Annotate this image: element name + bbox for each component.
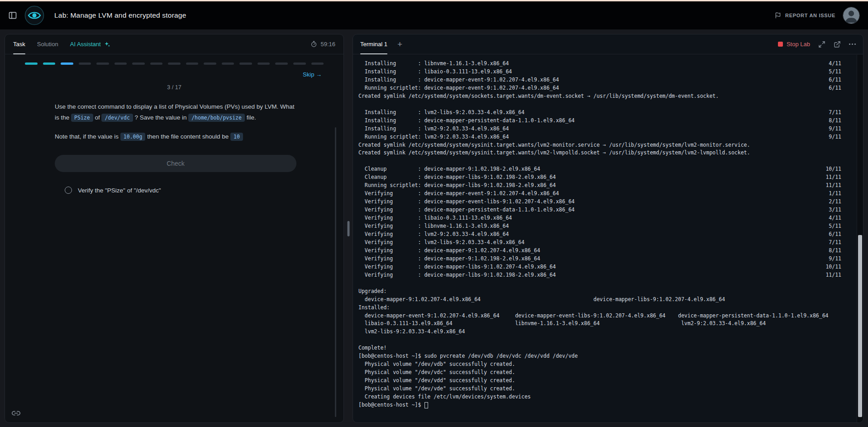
terminal-tabbar: Terminal 1 + Stop Lab: [353, 34, 863, 54]
inline-code-chip: /dev/vdc: [101, 114, 133, 122]
terminal-line: Running scriptlet: lvm2-9:2.03.33-4.el9.…: [358, 133, 841, 141]
terminal-line: Physical volume "/dev/vde" successfully …: [358, 385, 841, 393]
tab-solution[interactable]: Solution: [37, 34, 58, 54]
progress-segment: [61, 62, 73, 65]
terminal-line: lvm2-libs-9:2.03.33-4.el9.x86_64: [358, 328, 841, 336]
page-title: Lab: Manage LVM and encrypted storage: [54, 11, 186, 19]
terminal-line: Installing : libnvme-1.16.1-3.el9.x86_64…: [358, 60, 841, 68]
verify-item-label: Verify the "PSize" of "/dev/vdc": [78, 187, 161, 194]
terminal-line: Installed:: [358, 304, 841, 312]
panel-divider: [344, 34, 353, 423]
terminal-line: Physical volume "/dev/vdd" successfully …: [358, 377, 841, 385]
terminal-line: Verifying : device-mapper-libs-9:1.02.19…: [358, 271, 841, 279]
stop-square-icon: [778, 42, 783, 47]
report-issue-label: REPORT AN ISSUE: [785, 13, 835, 18]
terminal-scrollbar[interactable]: [857, 55, 863, 422]
check-button[interactable]: Check: [55, 155, 296, 172]
stopwatch-icon: [310, 41, 317, 48]
copy-lab-link-button[interactable]: [12, 409, 20, 417]
progress-segment: [186, 62, 199, 65]
external-link-icon: [834, 41, 841, 48]
terminal-line: Cleanup : device-mapper-9:1.02.198-2.el9…: [358, 165, 841, 173]
eye-logo-icon: [24, 5, 44, 25]
timer-value: 59:16: [320, 41, 335, 48]
terminal-line: [bob@centos-host ~]$: [358, 401, 841, 409]
inline-code-chip: /home/bob/pvsize: [188, 114, 245, 122]
stop-lab-label: Stop Lab: [787, 41, 810, 48]
terminal-line: [358, 101, 841, 109]
lab-timer: 59:16: [310, 34, 335, 54]
progress-segment: [258, 62, 270, 65]
ellipsis-icon: [849, 43, 856, 45]
terminal-output[interactable]: Installing : libnvme-1.16.1-3.el9.x86_64…: [353, 54, 863, 422]
terminal-line: Verifying : device-mapper-9:1.02.207-4.e…: [358, 247, 841, 255]
more-options-button[interactable]: [849, 43, 856, 45]
user-avatar[interactable]: [843, 7, 860, 24]
progress-segment: [204, 62, 216, 65]
terminal-line: Verifying : libaio-0.3.111-13.el9.x86_64…: [358, 214, 841, 222]
progress-segment: [168, 62, 181, 65]
fullscreen-button[interactable]: [818, 41, 825, 48]
terminal-line: Created symlink /etc/systemd/system/sysi…: [358, 149, 841, 157]
tab-solution-label: Solution: [37, 41, 58, 48]
maximize-icon: [818, 41, 825, 48]
progress-segment: [150, 62, 163, 65]
app-logo[interactable]: [24, 5, 44, 25]
stop-lab-button[interactable]: Stop Lab: [778, 41, 810, 48]
tab-task[interactable]: Task: [13, 34, 25, 54]
terminal-scrollbar-thumb[interactable]: [858, 235, 862, 417]
terminal-line: Installing : lvm2-9:2.03.33-4.el9.x86_64…: [358, 125, 841, 133]
terminal-line: [358, 157, 841, 165]
open-new-window-button[interactable]: [834, 41, 841, 48]
tab-terminal-1-label: Terminal 1: [360, 41, 387, 48]
progress-segment: [79, 62, 91, 65]
main-content: Task Solution AI Assistant 59:16 Skip → …: [0, 29, 868, 427]
terminal-line: Verifying : lvm2-9:2.03.33-4.el9.x86_646…: [358, 230, 841, 239]
task-panel: Task Solution AI Assistant 59:16 Skip → …: [5, 34, 344, 423]
task-paragraph-1: Use the correct command to display a lis…: [55, 101, 296, 123]
terminal-line: Physical volume "/dev/vdb" successfully …: [358, 360, 841, 369]
verify-radio-icon: [65, 187, 72, 194]
terminal-line: [358, 336, 841, 344]
inline-code-chip: 10.00g: [120, 133, 146, 141]
verify-item[interactable]: Verify the "PSize" of "/dev/vdc": [65, 187, 296, 194]
tab-ai-assistant[interactable]: AI Assistant: [70, 34, 110, 54]
progress-segment: [114, 62, 127, 65]
progress-segment: [293, 62, 306, 65]
terminal-line: Complete!: [358, 344, 841, 352]
terminal-line: Verifying : lvm2-libs-9:2.03.33-4.el9.x8…: [358, 239, 841, 247]
terminal-line: device-mapper-9:1.02.207-4.el9.x86_64 de…: [358, 296, 841, 304]
terminal-cursor: [424, 402, 428, 408]
terminal-line: Created symlink /etc/systemd/system/sock…: [358, 92, 841, 101]
terminal-panel: Terminal 1 + Stop Lab Installing: [353, 34, 863, 423]
terminal-line: Verifying : device-mapper-libs-9:1.02.20…: [358, 263, 841, 271]
terminal-line: Installing : libaio-0.3.111-13.el9.x86_6…: [358, 68, 841, 76]
report-issue-button[interactable]: REPORT AN ISSUE: [775, 12, 835, 19]
terminal-line: Creating devices file /etc/lvm/devices/s…: [358, 393, 841, 401]
terminal-line: Running scriptlet: device-mapper-libs-9:…: [358, 182, 841, 190]
flag-icon: [775, 12, 781, 19]
resize-handle[interactable]: [347, 221, 349, 236]
terminal-line: Installing : device-mapper-persistent-da…: [358, 117, 841, 125]
top-bar: Lab: Manage LVM and encrypted storage RE…: [0, 1, 868, 29]
progress-segment: [275, 62, 288, 65]
terminal-line: Created symlink /etc/systemd/system/sysi…: [358, 141, 841, 149]
task-paragraph-2: Note that, if the value is 10.00g then t…: [55, 131, 296, 142]
progress-track: [25, 62, 324, 65]
skip-step-link[interactable]: Skip →: [303, 71, 322, 78]
terminal-line: Cleanup : device-mapper-libs-9:1.02.198-…: [358, 173, 841, 182]
terminal-line: [358, 279, 841, 288]
progress-segment: [96, 62, 109, 65]
sidebar-toggle-button[interactable]: [8, 11, 17, 20]
task-panel-scrollbar[interactable]: [335, 127, 336, 417]
terminal-line: Installing : device-mapper-event-9:1.02.…: [358, 76, 841, 84]
terminal-line: Verifying : libnvme-1.16.1-3.el9.x86_645…: [358, 222, 841, 230]
tab-terminal-1[interactable]: Terminal 1: [360, 34, 387, 54]
terminal-line: libaio-0.3.111-13.el9.x86_64 libnvme-1.1…: [358, 320, 841, 328]
new-terminal-button[interactable]: +: [397, 40, 402, 48]
task-panel-tabbar: Task Solution AI Assistant 59:16: [5, 34, 343, 54]
skip-arrow-icon: →: [316, 71, 322, 78]
avatar-image: [843, 7, 859, 24]
progress-segment: [311, 62, 324, 65]
terminal-line: Running scriptlet: device-mapper-event-9…: [358, 84, 841, 92]
